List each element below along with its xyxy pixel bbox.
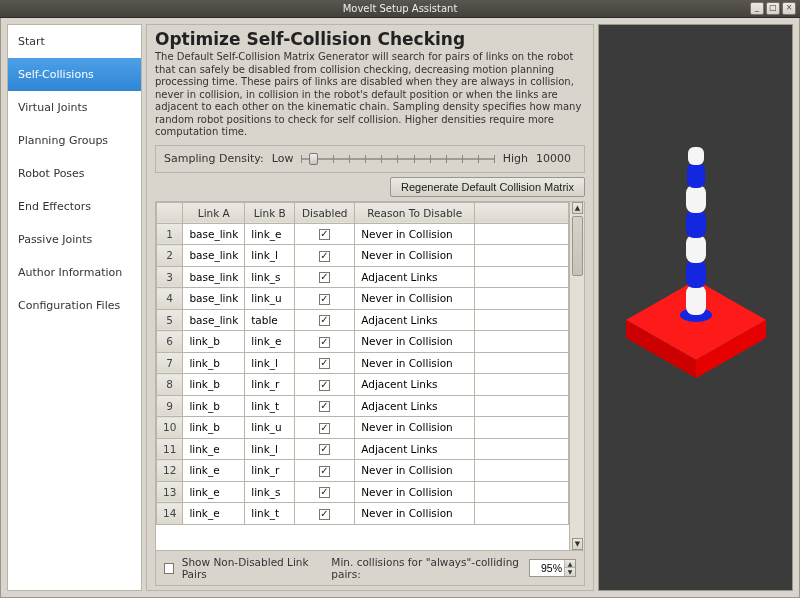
- min-collisions-input[interactable]: [530, 561, 564, 575]
- disabled-checkbox[interactable]: [319, 337, 330, 348]
- cell-disabled[interactable]: [295, 374, 355, 396]
- regenerate-button[interactable]: Regenerate Default Collision Matrix: [390, 177, 585, 197]
- cell-link-a: link_e: [183, 460, 245, 482]
- sampling-density-value: 10000: [536, 152, 576, 165]
- disabled-checkbox[interactable]: [319, 272, 330, 283]
- disabled-checkbox[interactable]: [319, 509, 330, 520]
- disabled-checkbox[interactable]: [319, 444, 330, 455]
- min-collisions-label: Min. collisions for "always"-colliding p…: [331, 556, 521, 580]
- cell-disabled[interactable]: [295, 331, 355, 353]
- table-header-disabled[interactable]: Disabled: [295, 202, 355, 223]
- sidebar-item-robot-poses[interactable]: Robot Poses: [8, 157, 141, 190]
- table-row[interactable]: 11link_elink_lAdjacent Links: [157, 438, 569, 460]
- cell-disabled[interactable]: [295, 266, 355, 288]
- cell-disabled[interactable]: [295, 481, 355, 503]
- disabled-checkbox[interactable]: [319, 251, 330, 262]
- table-row[interactable]: 2base_linklink_lNever in Collision: [157, 245, 569, 267]
- disabled-checkbox[interactable]: [319, 401, 330, 412]
- table-row[interactable]: 3base_linklink_sAdjacent Links: [157, 266, 569, 288]
- disabled-checkbox[interactable]: [319, 380, 330, 391]
- scroll-down-button[interactable]: ▼: [572, 538, 583, 550]
- app-body: StartSelf-CollisionsVirtual JointsPlanni…: [0, 18, 800, 598]
- cell-disabled[interactable]: [295, 503, 355, 525]
- disabled-checkbox[interactable]: [319, 315, 330, 326]
- table-row[interactable]: 14link_elink_tNever in Collision: [157, 503, 569, 525]
- sidebar-item-configuration-files[interactable]: Configuration Files: [8, 289, 141, 322]
- cell-disabled[interactable]: [295, 288, 355, 310]
- sidebar-item-planning-groups[interactable]: Planning Groups: [8, 124, 141, 157]
- cell-spacer: [475, 438, 569, 460]
- table-row[interactable]: 6link_blink_eNever in Collision: [157, 331, 569, 353]
- spinner-up-button[interactable]: ▲: [565, 560, 575, 568]
- disabled-checkbox[interactable]: [319, 487, 330, 498]
- collision-table-scroll[interactable]: Link A Link B Disabled Reason To Disable…: [156, 202, 569, 551]
- table-row[interactable]: 5base_linktableAdjacent Links: [157, 309, 569, 331]
- window-minimize-button[interactable]: _: [750, 2, 764, 15]
- table-footer: Show Non-Disabled Link Pairs Min. collis…: [155, 551, 585, 586]
- sidebar-item-passive-joints[interactable]: Passive Joints: [8, 223, 141, 256]
- spinner-down-button[interactable]: ▼: [565, 568, 575, 576]
- disabled-checkbox[interactable]: [319, 466, 330, 477]
- cell-link-a: base_link: [183, 223, 245, 245]
- scroll-thumb[interactable]: [572, 216, 583, 276]
- cell-reason: Never in Collision: [355, 481, 475, 503]
- disabled-checkbox[interactable]: [319, 294, 330, 305]
- row-number: 1: [157, 223, 183, 245]
- table-header-corner[interactable]: [157, 202, 183, 223]
- cell-disabled[interactable]: [295, 352, 355, 374]
- sidebar-item-self-collisions[interactable]: Self-Collisions: [8, 58, 141, 91]
- table-row[interactable]: 1base_linklink_eNever in Collision: [157, 223, 569, 245]
- cell-disabled[interactable]: [295, 223, 355, 245]
- cell-link-a: link_b: [183, 374, 245, 396]
- table-header-reason[interactable]: Reason To Disable: [355, 202, 475, 223]
- cell-spacer: [475, 266, 569, 288]
- table-header-link-b[interactable]: Link B: [245, 202, 295, 223]
- table-row[interactable]: 4base_linklink_uNever in Collision: [157, 288, 569, 310]
- sidebar-item-author-information[interactable]: Author Information: [8, 256, 141, 289]
- sidebar-item-end-effectors[interactable]: End Effectors: [8, 190, 141, 223]
- window-titlebar: MoveIt Setup Assistant _ □ ×: [0, 0, 800, 18]
- table-vertical-scrollbar[interactable]: ▲ ▼: [569, 202, 584, 551]
- cell-disabled[interactable]: [295, 460, 355, 482]
- sidebar-item-start[interactable]: Start: [8, 25, 141, 58]
- cell-link-b: link_s: [245, 481, 295, 503]
- window-close-button[interactable]: ×: [782, 2, 796, 15]
- cell-disabled[interactable]: [295, 417, 355, 439]
- table-row[interactable]: 13link_elink_sNever in Collision: [157, 481, 569, 503]
- cell-spacer: [475, 395, 569, 417]
- cell-link-a: link_e: [183, 503, 245, 525]
- disabled-checkbox[interactable]: [319, 423, 330, 434]
- min-collisions-spinner[interactable]: ▲ ▼: [529, 559, 576, 577]
- svg-rect-5: [686, 285, 706, 315]
- cell-link-b: link_r: [245, 460, 295, 482]
- show-non-disabled-checkbox[interactable]: [164, 563, 174, 574]
- cell-disabled[interactable]: [295, 438, 355, 460]
- disabled-checkbox[interactable]: [319, 229, 330, 240]
- scroll-up-button[interactable]: ▲: [572, 202, 583, 214]
- cell-disabled[interactable]: [295, 395, 355, 417]
- table-row[interactable]: 12link_elink_rNever in Collision: [157, 460, 569, 482]
- row-number: 14: [157, 503, 183, 525]
- window-maximize-button[interactable]: □: [766, 2, 780, 15]
- cell-reason: Never in Collision: [355, 331, 475, 353]
- table-row[interactable]: 8link_blink_rAdjacent Links: [157, 374, 569, 396]
- table-row[interactable]: 9link_blink_tAdjacent Links: [157, 395, 569, 417]
- table-header-link-a[interactable]: Link A: [183, 202, 245, 223]
- cell-disabled[interactable]: [295, 245, 355, 267]
- table-row[interactable]: 10link_blink_uNever in Collision: [157, 417, 569, 439]
- disabled-checkbox[interactable]: [319, 358, 330, 369]
- robot-3d-viewer[interactable]: [598, 24, 793, 591]
- page-title: Optimize Self-Collision Checking: [155, 29, 585, 49]
- svg-rect-6: [686, 260, 706, 288]
- collision-table: Link A Link B Disabled Reason To Disable…: [156, 202, 569, 525]
- sidebar-item-virtual-joints[interactable]: Virtual Joints: [8, 91, 141, 124]
- sampling-density-slider[interactable]: [301, 152, 494, 166]
- cell-link-a: link_e: [183, 481, 245, 503]
- row-number: 5: [157, 309, 183, 331]
- cell-disabled[interactable]: [295, 309, 355, 331]
- main-panel: Optimize Self-Collision Checking The Def…: [146, 24, 594, 591]
- slider-thumb[interactable]: [309, 153, 318, 165]
- table-row[interactable]: 7link_blink_lNever in Collision: [157, 352, 569, 374]
- cell-link-b: table: [245, 309, 295, 331]
- row-number: 4: [157, 288, 183, 310]
